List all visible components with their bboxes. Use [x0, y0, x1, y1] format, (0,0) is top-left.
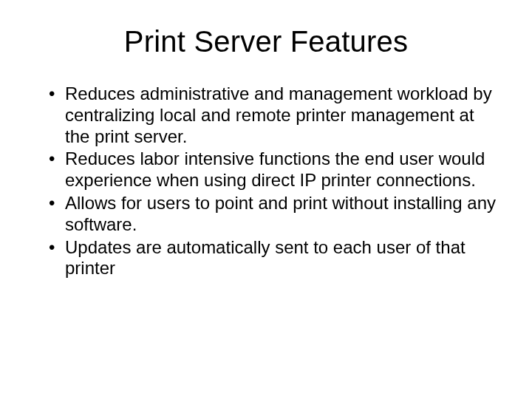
- slide-title: Print Server Features: [35, 25, 497, 58]
- list-item: Updates are automatically sent to each u…: [49, 237, 497, 280]
- list-item: Allows for users to point and print with…: [49, 193, 497, 236]
- list-item: Reduces labor intensive functions the en…: [49, 149, 497, 191]
- list-item: Reduces administrative and management wo…: [49, 83, 497, 147]
- slide: Print Server Features Reduces administra…: [0, 0, 532, 399]
- bullet-list: Reduces administrative and management wo…: [35, 83, 497, 279]
